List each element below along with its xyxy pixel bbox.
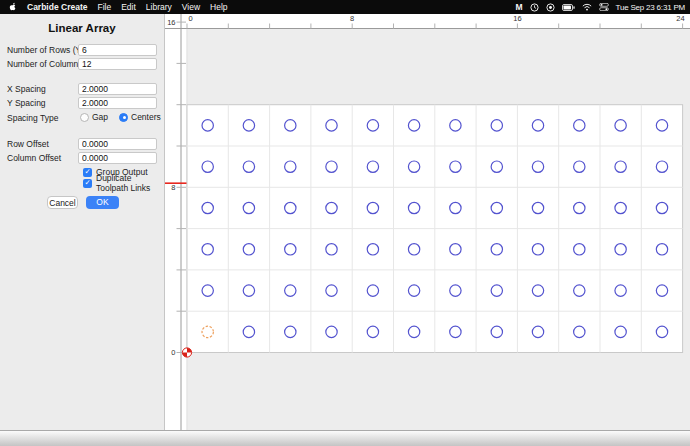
duplicate-toolpath-links-checkbox-row[interactable]: Duplicate Toolpath Links [83, 178, 164, 188]
linear-array-panel: Linear Array Number of Rows (Y) Number o… [0, 14, 165, 430]
page-title: Linear Array [0, 22, 164, 34]
gmail-m-icon[interactable]: M [515, 2, 522, 12]
x-spacing-input[interactable] [78, 83, 157, 95]
field-row-number-of-rows: Number of Rows (Y) [0, 44, 164, 56]
menu-clock[interactable]: Tue Sep 23 6:31 PM [616, 3, 685, 12]
field-label: Number of Rows (Y) [7, 44, 84, 56]
gap-radio-label[interactable]: Gap [92, 112, 108, 123]
field-row-row-offset: Row Offset [0, 138, 164, 150]
v-ruler-label: 0 [171, 348, 175, 357]
field-row-column-offset: Column Offset [0, 152, 164, 164]
centers-radio-label[interactable]: Centers [131, 112, 161, 123]
spacing-type-row: Spacing Type Gap Centers [0, 112, 164, 124]
menu-item-file[interactable]: File [97, 2, 111, 12]
field-label: Row Offset [7, 138, 49, 150]
menu-app-name[interactable]: Carbide Create [27, 2, 87, 12]
menu-item-library[interactable]: Library [146, 2, 172, 12]
y-spacing-input[interactable] [78, 97, 157, 109]
field-row-x-spacing: X Spacing [0, 83, 164, 95]
rows-input[interactable] [78, 44, 157, 56]
window-bottom-bar [0, 430, 690, 446]
origin-marker [182, 348, 191, 357]
field-label: X Spacing [7, 83, 46, 95]
wifi-icon[interactable] [582, 3, 592, 11]
h-ruler-label: 8 [350, 14, 354, 23]
h-ruler-label: 24 [676, 14, 684, 23]
menu-item-help[interactable]: Help [210, 2, 227, 12]
centers-radio[interactable] [119, 113, 128, 122]
ok-button[interactable]: OK [86, 196, 119, 209]
gap-radio[interactable] [80, 113, 89, 122]
h-ruler-label: 16 [513, 14, 521, 23]
field-label: Spacing Type [7, 112, 58, 124]
field-label: Column Offset [7, 152, 61, 164]
v-ruler-label: 16 [167, 18, 175, 27]
menu-item-edit[interactable]: Edit [121, 2, 136, 12]
battery-icon[interactable] [562, 4, 575, 11]
stock [187, 105, 683, 353]
field-row-number-of-columns: Number of Columns (X) [0, 58, 164, 70]
h-ruler-label: 0 [189, 14, 193, 23]
clock-icon[interactable] [530, 3, 539, 12]
field-row-y-spacing: Y Spacing [0, 97, 164, 109]
row-offset-input[interactable] [78, 138, 157, 150]
cancel-button[interactable]: Cancel [47, 196, 78, 209]
record-icon[interactable] [546, 3, 555, 12]
apple-menu-icon[interactable] [9, 2, 17, 12]
duplicate-toolpath-links-label: Duplicate Toolpath Links [96, 173, 164, 193]
control-center-icon[interactable] [599, 3, 609, 11]
v-ruler-label: 8 [171, 183, 175, 192]
columns-input[interactable] [78, 58, 157, 70]
group-output-checkbox[interactable] [83, 168, 92, 177]
field-label: Y Spacing [7, 97, 46, 109]
menu-bar: Carbide Create File Edit Library View He… [0, 0, 690, 14]
duplicate-toolpath-links-checkbox[interactable] [83, 179, 92, 188]
column-offset-input[interactable] [78, 152, 157, 164]
menu-item-view[interactable]: View [182, 2, 200, 12]
